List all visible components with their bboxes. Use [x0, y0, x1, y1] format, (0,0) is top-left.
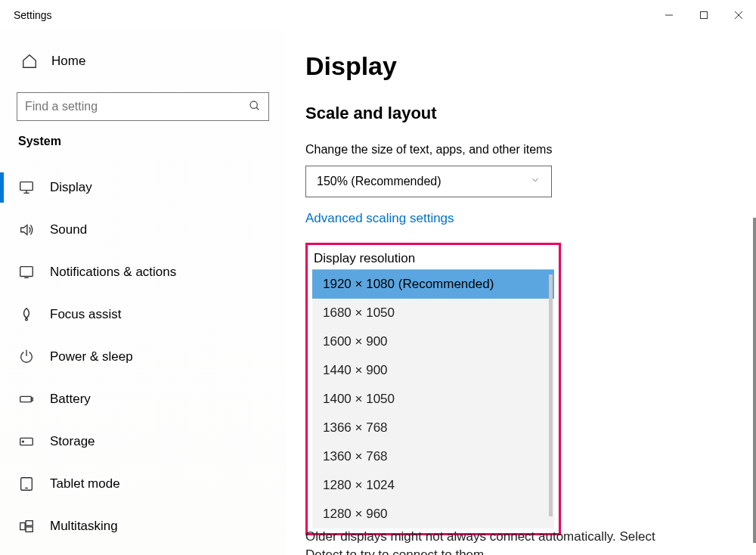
sidebar-item-label: Power & sleep: [50, 349, 133, 364]
resolution-option[interactable]: 1280 × 1024: [312, 471, 554, 500]
sidebar-item-label: Battery: [50, 392, 91, 407]
close-button[interactable]: [721, 0, 756, 30]
scale-label: Change the size of text, apps, and other…: [305, 143, 726, 157]
home-nav[interactable]: Home: [0, 45, 286, 77]
power-icon: [18, 349, 35, 365]
svg-rect-6: [20, 182, 33, 191]
svg-rect-21: [26, 521, 33, 526]
home-label: Home: [51, 54, 85, 69]
sidebar-item-label: Focus assist: [50, 307, 121, 322]
notifications-icon: [18, 264, 35, 281]
sidebar: Home System DisplaySoundNotifications & …: [0, 30, 286, 555]
scale-dropdown[interactable]: 150% (Recommended): [305, 166, 552, 197]
sidebar-group-label: System: [0, 135, 286, 148]
resolution-option[interactable]: 1400 × 1050: [312, 385, 554, 414]
svg-rect-20: [20, 522, 25, 529]
resolution-option[interactable]: 1600 × 900: [312, 327, 554, 356]
svg-rect-10: [20, 267, 33, 277]
svg-line-5: [256, 107, 259, 110]
tablet-icon: [18, 476, 35, 492]
home-icon: [21, 53, 38, 70]
sidebar-item-tablet[interactable]: Tablet mode: [0, 463, 286, 505]
display-icon: [18, 179, 35, 196]
sidebar-item-power[interactable]: Power & sleep: [0, 336, 286, 378]
battery-icon: [18, 391, 35, 408]
minimize-button[interactable]: [652, 0, 686, 30]
storage-icon: [18, 433, 35, 450]
svg-rect-1: [701, 12, 708, 19]
page-scrollbar[interactable]: [753, 218, 756, 543]
resolution-label: Display resolution: [312, 250, 554, 269]
svg-marker-9: [21, 225, 27, 235]
sidebar-item-label: Storage: [50, 434, 95, 449]
sidebar-item-label: Sound: [50, 222, 87, 237]
resolution-option[interactable]: 1360 × 768: [312, 442, 554, 471]
multitasking-icon: [18, 518, 35, 535]
page-title: Display: [305, 51, 726, 81]
advanced-scaling-link[interactable]: Advanced scaling settings: [305, 211, 454, 226]
sidebar-item-focus[interactable]: Focus assist: [0, 293, 286, 336]
sidebar-item-label: Notifications & actions: [50, 265, 176, 280]
search-input[interactable]: [25, 100, 249, 113]
sidebar-item-storage[interactable]: Storage: [0, 420, 286, 463]
sidebar-item-sound[interactable]: Sound: [0, 209, 286, 251]
svg-point-12: [26, 318, 28, 321]
sound-icon: [18, 222, 35, 238]
sidebar-item-label: Display: [50, 180, 92, 195]
search-box[interactable]: [17, 92, 269, 121]
sidebar-item-display[interactable]: Display: [0, 166, 286, 209]
resolution-option[interactable]: 1366 × 768: [312, 414, 554, 442]
sidebar-item-notifications[interactable]: Notifications & actions: [0, 251, 286, 293]
maximize-button[interactable]: [686, 0, 721, 30]
search-icon: [249, 100, 261, 114]
detect-hint-text: Older displays might not always connect …: [305, 528, 729, 555]
scale-value: 150% (Recommended): [317, 175, 442, 188]
main-content: Display Scale and layout Change the size…: [286, 30, 756, 555]
sidebar-item-battery[interactable]: Battery: [0, 378, 286, 420]
resolution-dropdown-list[interactable]: 1920 × 1080 (Recommended)1680 × 10501600…: [312, 269, 554, 529]
window-controls: [652, 0, 756, 30]
titlebar: Settings: [0, 0, 756, 30]
section-title: Scale and layout: [305, 104, 726, 123]
svg-rect-14: [20, 396, 32, 402]
sidebar-nav-list: DisplaySoundNotifications & actionsFocus…: [0, 166, 286, 547]
sidebar-item-label: Multitasking: [50, 519, 118, 534]
svg-point-17: [23, 441, 24, 442]
svg-point-4: [250, 101, 257, 108]
resolution-option[interactable]: 1280 × 960: [312, 500, 554, 529]
focus-icon: [18, 306, 35, 323]
sidebar-item-multitasking[interactable]: Multitasking: [0, 505, 286, 547]
sidebar-item-label: Tablet mode: [50, 476, 120, 491]
resolution-option[interactable]: 1920 × 1080 (Recommended): [312, 270, 554, 299]
resolution-option[interactable]: 1680 × 1050: [312, 299, 554, 327]
resolution-option[interactable]: 1440 × 900: [312, 356, 554, 385]
window-title: Settings: [14, 9, 52, 21]
resolution-highlight-box: Display resolution 1920 × 1080 (Recommen…: [305, 243, 561, 535]
scrollbar[interactable]: [549, 274, 553, 516]
svg-rect-22: [26, 527, 33, 532]
chevron-down-icon: [530, 175, 541, 188]
svg-rect-15: [31, 398, 33, 401]
